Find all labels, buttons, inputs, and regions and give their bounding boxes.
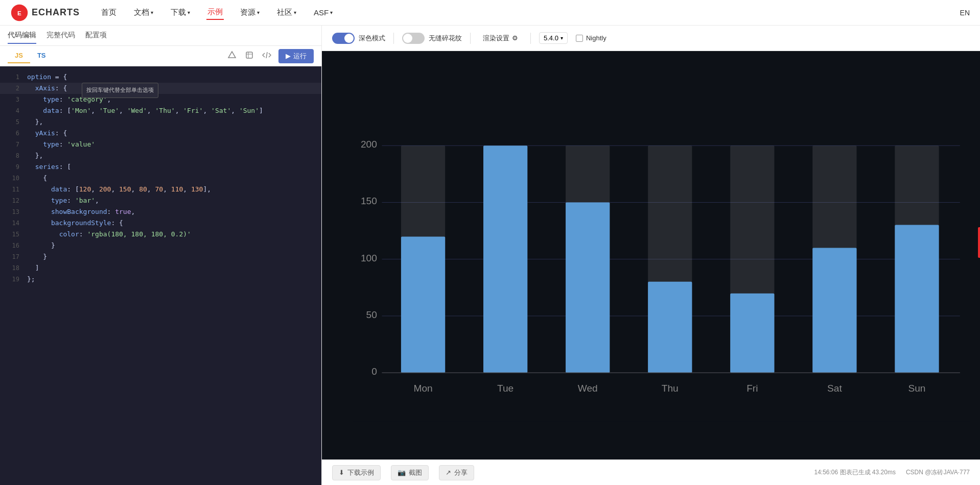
svg-text:100: 100 [361, 253, 377, 263]
code-line-10: 10 { [0, 173, 321, 184]
tab-code-editor[interactable]: 代码编辑 [8, 28, 36, 44]
code-line-2: 2 xAxis: { 按回车键代替全部单击选项 [0, 83, 321, 94]
code-line-14: 14 backgroundStyle: { [0, 217, 321, 229]
code-line-19: 19 }; [0, 274, 321, 285]
version-select[interactable]: 5.4.0 ▾ [539, 32, 568, 44]
echarts-logo-icon: E [10, 4, 29, 22]
left-panel: 代码编辑 完整代码 配置项 JS TS ▶ 运行 [0, 26, 322, 485]
dark-mode-track[interactable] [332, 33, 355, 44]
tab-bar: 代码编辑 完整代码 配置项 [0, 26, 321, 46]
share-icon: ↗ [446, 469, 451, 476]
svg-marker-2 [228, 52, 236, 58]
screenshot-button[interactable]: 📷 截图 [391, 465, 429, 480]
logo[interactable]: E ECHARTS [10, 4, 80, 22]
svg-rect-26 [483, 146, 527, 373]
bar-chart-svg: 0 50 100 150 200 [353, 61, 970, 449]
svg-text:Mon: Mon [413, 383, 432, 394]
svg-text:200: 200 [361, 139, 377, 150]
code-line-12: 12 type: 'bar', [0, 195, 321, 206]
cube-icon[interactable] [244, 50, 255, 63]
svg-rect-25 [401, 237, 445, 373]
code-line-3: 3 type: 'category', [0, 94, 321, 105]
svg-text:50: 50 [366, 309, 377, 320]
code-editor[interactable]: 1 option = { 2 xAxis: { 按回车键代替全部单击选项 3 t… [0, 66, 321, 485]
code-line-5: 5 }, [0, 116, 321, 128]
svg-text:Fri: Fri [746, 383, 758, 394]
render-settings-button[interactable]: 渲染设置 ⚙ [479, 32, 522, 45]
nav-asf[interactable]: ASF ▾ [313, 6, 334, 19]
gear-icon: ⚙ [512, 34, 518, 42]
svg-rect-31 [895, 225, 939, 373]
download-label: 下载示例 [347, 468, 374, 477]
svg-text:Thu: Thu [662, 383, 679, 394]
code-line-8: 8 }, [0, 150, 321, 161]
run-button[interactable]: ▶ 运行 [278, 49, 314, 63]
bottom-csdn: CSDN @冻砖JAVA·777 [906, 468, 970, 477]
run-icon: ▶ [286, 52, 291, 60]
nightly-checkbox[interactable] [576, 35, 583, 42]
code-line-17: 17 } [0, 251, 321, 262]
bottom-bar: ⬇ 下载示例 📷 截图 ↗ 分享 14:56:06 图表已生成 43.20ms … [322, 459, 980, 485]
svg-text:Tue: Tue [497, 383, 514, 394]
dark-mode-label: 深色模式 [359, 34, 385, 43]
tab-config[interactable]: 配置项 [85, 28, 107, 44]
chevron-down-icon: ▾ [561, 35, 563, 41]
version-value: 5.4.0 [544, 34, 558, 42]
seamless-thumb [403, 34, 412, 43]
svg-text:150: 150 [361, 196, 377, 206]
shape-icon[interactable] [226, 50, 238, 63]
svg-rect-27 [566, 202, 610, 373]
nav-download[interactable]: 下载 ▾ [170, 6, 191, 19]
svg-text:E: E [17, 10, 21, 16]
dark-mode-thumb [344, 34, 354, 43]
nav-en[interactable]: EN [960, 9, 970, 17]
toolbar-divider-1 [393, 33, 394, 44]
code-line-13: 13 showBackground: true, [0, 206, 321, 217]
svg-rect-3 [246, 52, 252, 58]
nightly-label: Nightly [586, 34, 606, 42]
main-layout: 代码编辑 完整代码 配置项 JS TS ▶ 运行 [0, 26, 980, 485]
tab-full-code[interactable]: 完整代码 [46, 28, 75, 44]
code-line-9: 9 series: [ [0, 161, 321, 173]
code-line-18: 18 ] [0, 262, 321, 274]
download-button[interactable]: ⬇ 下载示例 [332, 465, 381, 480]
nav-examples[interactable]: 示例 [206, 5, 224, 20]
svg-line-6 [266, 52, 267, 58]
svg-rect-29 [730, 294, 774, 373]
right-edge-indicator [978, 227, 980, 258]
svg-text:0: 0 [371, 366, 377, 377]
lang-js[interactable]: JS [8, 48, 30, 63]
code-line-7: 7 type: 'value' [0, 139, 321, 150]
chart-area: 0 50 100 150 200 [322, 51, 980, 459]
seamless-track[interactable] [402, 33, 425, 44]
lang-ts[interactable]: TS [30, 48, 53, 63]
nav-community[interactable]: 社区 ▾ [276, 6, 297, 19]
svg-text:Wed: Wed [578, 383, 598, 394]
code-line-15: 15 color: 'rgba(180, 180, 180, 0.2)' [0, 229, 321, 240]
nightly-checkbox-group[interactable]: Nightly [576, 34, 606, 42]
svg-text:Sun: Sun [908, 383, 925, 394]
toolbar-icons: ▶ 运行 [226, 49, 314, 63]
render-label: 渲染设置 [483, 34, 509, 43]
code-icon[interactable] [261, 50, 272, 63]
nav-resources[interactable]: 资源 ▾ [239, 6, 261, 19]
nav-docs[interactable]: 文档 ▾ [133, 6, 154, 19]
code-line-11: 11 data: [120, 200, 150, 80, 70, 110, 13… [0, 184, 321, 195]
chart-toolbar: 深色模式 无缝碎花纹 渲染设置 ⚙ 5.4.0 ▾ Nightly [322, 26, 980, 51]
code-line-16: 16 } [0, 240, 321, 251]
share-button[interactable]: ↗ 分享 [439, 465, 474, 480]
toolbar-divider-2 [470, 33, 471, 44]
screenshot-label: 截图 [409, 468, 422, 477]
share-label: 分享 [454, 468, 468, 477]
dark-mode-toggle[interactable]: 深色模式 [332, 33, 385, 44]
right-panel: 深色模式 无缝碎花纹 渲染设置 ⚙ 5.4.0 ▾ Nightly [322, 26, 980, 485]
camera-icon: 📷 [398, 469, 406, 476]
code-line-1: 1 option = { [0, 71, 321, 83]
code-line-4: 4 data: ['Mon', 'Tue', 'Wed', 'Thu', 'Fr… [0, 105, 321, 116]
seamless-toggle[interactable]: 无缝碎花纹 [402, 33, 462, 44]
nav-home[interactable]: 首页 [100, 6, 118, 19]
code-lang-bar: JS TS ▶ 运行 [0, 46, 321, 66]
code-line-6: 6 yAxis: { [0, 128, 321, 139]
bottom-info: 14:56:06 图表已生成 43.20ms [814, 468, 895, 477]
svg-text:Sat: Sat [827, 383, 842, 394]
